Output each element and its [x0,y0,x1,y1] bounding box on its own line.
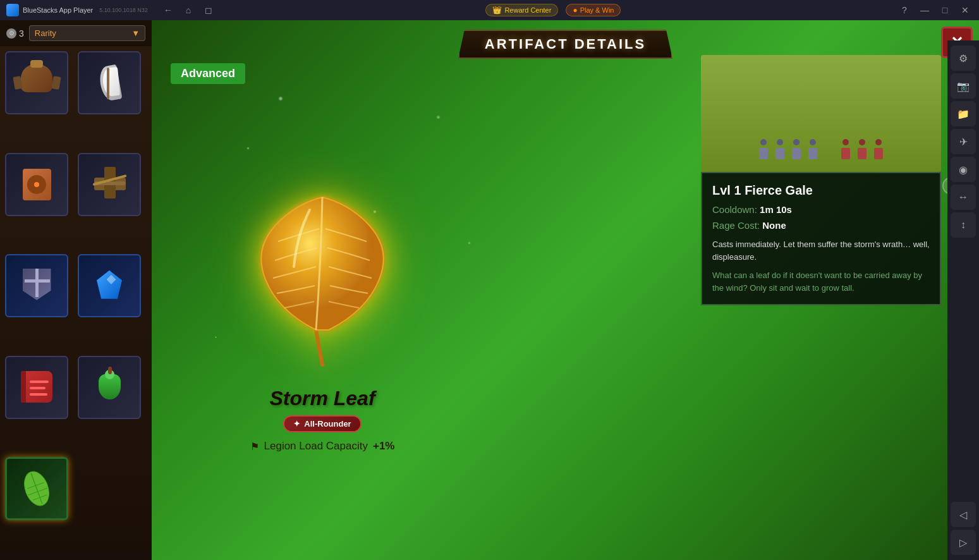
sidebar-resize-h-button[interactable]: ↔ [951,185,976,210]
sidebar-settings-button[interactable]: ⚙ [951,46,976,71]
soldier-body [759,148,768,159]
skill-rage: Rage Cost: None [712,220,930,231]
sidebar-camera-button[interactable]: 📷 [951,73,976,99]
badge-icon: ✦ [293,419,300,429]
sidebar-bottom-button-2[interactable]: ▷ [951,530,976,555]
enemy-head [875,139,882,145]
inventory-item[interactable] [5,254,68,317]
inventory-item[interactable] [78,51,141,114]
enemy-soldiers [839,139,885,159]
count-value: 3 [19,28,24,39]
soldier-head [810,139,816,145]
battle-preview [701,55,941,172]
bluestacks-icon [6,4,19,16]
skill-title: Lvl 1 Fierce Gale [712,183,930,198]
cooldown-label: Cooldown: [712,204,757,215]
enemy-body [858,148,867,159]
rarity-filter-dropdown[interactable]: Rarity ▼ [29,25,145,41]
title-bar: BlueStacks App Player 5.10.100.1018 N32 … [0,0,979,20]
all-rounder-badge: ✦ All-Rounder [283,415,361,432]
inventory-item[interactable] [5,153,68,216]
main-content: ⚙ 3 Rarity ▼ [0,20,979,560]
skill-description: Casts immediately. Let them suffer the s… [712,238,930,263]
app-logo: BlueStacks App Player 5.10.100.1018 N32 [0,4,154,16]
legion-stat-label: Legion Load Capacity [264,440,368,453]
sidebar-folder-button[interactable]: 📁 [951,101,976,126]
skill-cooldown: Cooldown: 1m 10s [712,204,930,215]
enemy-1 [839,139,853,159]
info-panel: Lvl 1 Fierce Gale Cooldown: 1m 10s Rage … [701,55,941,554]
soldier-head [777,139,783,145]
rarity-filter-label: Rarity [35,28,56,38]
window-close-button[interactable]: ✕ [956,1,974,19]
rarity-filter-chevron: ▼ [131,28,140,38]
title-bar-center: 👑 Reward Center ● Play & Win [216,4,891,16]
ally-soldiers [757,139,820,159]
enemy-2 [855,139,869,159]
reward-center-label: Reward Center [504,6,551,14]
artifact-panel: ARTIFACT DETAILS Advanced ✕ [152,20,979,560]
inventory-item[interactable] [78,356,141,419]
inventory-count: ⚙ 3 [6,28,24,39]
artifact-name: Storm Leaf [269,387,375,410]
soldier-3 [789,139,803,159]
legion-icon: ⚑ [250,441,259,453]
inventory-item[interactable] [5,51,68,114]
nav-bookmark-button[interactable]: ◻ [201,3,216,18]
reward-icon: 👑 [492,6,502,15]
soldier-1 [757,139,770,159]
enemy-head [859,139,865,145]
legion-stat: ⚑ Legion Load Capacity +1% [250,440,395,453]
rage-value: None [762,220,786,231]
help-button[interactable]: ? [896,1,913,19]
nav-home-button[interactable]: ⌂ [181,3,196,18]
enemy-head [842,139,849,145]
nav-back-button[interactable]: ← [161,3,176,18]
soldier-2 [773,139,787,159]
enemy-body [874,148,883,159]
sidebar-circle-button[interactable]: ◉ [951,157,976,182]
inventory-grid [0,46,152,560]
inventory-header: ⚙ 3 Rarity ▼ [0,20,152,46]
soldier-head [760,139,767,145]
battle-soldiers [757,139,885,159]
rage-label: Rage Cost: [712,220,760,231]
window-controls: ? — □ ✕ [891,1,979,19]
legion-stat-value: +1% [373,440,395,453]
soldier-4 [806,139,820,159]
play-win-button[interactable]: ● Play & Win [566,4,621,16]
reward-center-button[interactable]: 👑 Reward Center [485,4,558,16]
soldier-head [793,139,800,145]
enemy-3 [872,139,885,159]
minimize-button[interactable]: — [916,1,933,19]
app-name: BlueStacks App Player [23,6,93,14]
maximize-button[interactable]: □ [936,1,954,19]
artifact-title-text: ARTIFACT DETAILS [485,36,646,52]
play-win-label: Play & Win [580,6,614,14]
sidebar-airplane-button[interactable]: ✈ [951,129,976,154]
sidebar-bottom-button-1[interactable]: ◁ [951,502,976,527]
right-sidebar-bottom: ◁ ▷ [951,502,976,555]
sidebar-resize-v-button[interactable]: ↕ [951,212,976,238]
inventory-item[interactable] [78,153,141,216]
app-version: 5.10.100.1018 N32 [99,7,148,13]
leaf-display-area: Storm Leaf ✦ All-Rounder ⚑ Legion Load C… [171,77,474,560]
soldier-body [792,148,801,159]
play-win-icon: ● [573,6,577,15]
leaf-image-container [240,185,404,374]
enemy-body [841,148,850,159]
right-sidebar: ⚙ 📷 📁 ✈ ◉ ↔ ↕ ◁ ▷ [947,40,979,560]
title-bar-nav: ← ⌂ ◻ [161,3,216,18]
inventory-item[interactable] [78,254,141,317]
inventory-item-selected[interactable] [5,457,68,520]
artifact-title-background: ARTIFACT DETAILS [458,30,672,59]
skill-lore: What can a leaf do if it doesn't want to… [712,269,930,294]
inventory-item[interactable] [5,356,68,419]
soldier-body [808,148,817,159]
badge-label: All-Rounder [304,419,351,429]
gear-icon: ⚙ [6,28,16,39]
inventory-sidebar: ⚙ 3 Rarity ▼ [0,20,152,560]
cooldown-value: 1m 10s [760,204,792,215]
skill-panel: Lvl 1 Fierce Gale Cooldown: 1m 10s Rage … [701,172,941,305]
soldier-body [775,148,784,159]
